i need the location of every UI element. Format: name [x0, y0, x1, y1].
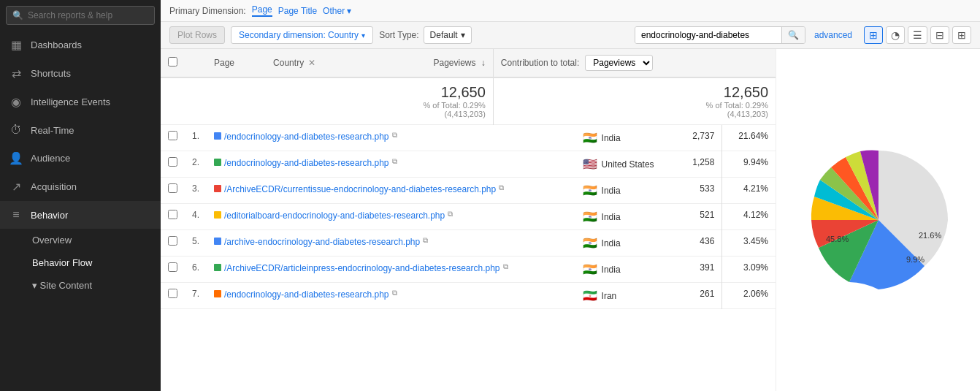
- country-flag: 🇺🇸: [583, 157, 597, 171]
- search-input[interactable]: [28, 10, 148, 20]
- external-link-icon[interactable]: ⧉: [499, 183, 504, 192]
- compare-view-icon[interactable]: ⊟: [930, 26, 949, 44]
- table-search-field[interactable]: 🔍: [635, 26, 805, 44]
- external-link-icon[interactable]: ⧉: [392, 131, 397, 140]
- pie-view-icon[interactable]: ◔: [886, 26, 905, 44]
- realtime-icon: ⏱: [9, 124, 23, 137]
- row-page-link[interactable]: /endocrinology-and-diabetes-research.php: [224, 157, 388, 170]
- row-country: 🇮🇳 India: [575, 125, 678, 151]
- row-pageviews: 436: [678, 230, 722, 257]
- table-area: Page Country ✕ Pageviews ↓ Contribution …: [161, 49, 980, 391]
- row-percent: 2.06%: [722, 283, 776, 309]
- row-color-dot: [214, 290, 221, 297]
- row-color-dot: [214, 132, 221, 140]
- sidebar-item-intelligence[interactable]: ◉ Intelligence Events: [0, 88, 161, 116]
- summary-row: 12,650 % of Total: 0.29% (4,413,203) 12,…: [161, 77, 776, 125]
- row-checkbox[interactable]: [168, 183, 177, 193]
- row-page: /endocrinology-and-diabetes-research.php…: [207, 151, 575, 178]
- sidebar-item-audience[interactable]: 👤 Audience: [0, 144, 161, 172]
- row-number: 2.: [185, 151, 207, 178]
- col-header-pageviews[interactable]: Pageviews ↓: [362, 49, 493, 77]
- contribution-metric-select[interactable]: Pageviews: [585, 55, 653, 71]
- row-checkbox[interactable]: [168, 131, 177, 140]
- external-link-icon[interactable]: ⧉: [392, 157, 397, 166]
- external-link-icon[interactable]: ⧉: [392, 289, 397, 297]
- sidebar-item-label: Intelligence Events: [31, 96, 110, 107]
- sidebar-item-behavior-flow[interactable]: Behavior Flow: [0, 251, 161, 274]
- row-page-link[interactable]: /endocrinology-and-diabetes-research.php: [224, 131, 388, 143]
- behavior-section: ≡ Behavior Overview Behavior Flow ▾ Site…: [0, 201, 161, 297]
- sidebar-item-acquisition[interactable]: ↗ Acquisition: [0, 172, 161, 201]
- country-name: United States: [602, 159, 654, 170]
- row-checkbox[interactable]: [168, 157, 177, 167]
- plot-rows-button[interactable]: Plot Rows: [169, 26, 225, 44]
- row-page-link[interactable]: /editorialboard-endocrinology-and-diabet…: [224, 210, 445, 222]
- row-checkbox[interactable]: [168, 289, 177, 298]
- sidebar-item-site-content[interactable]: ▾ Site Content: [0, 274, 161, 297]
- sidebar-item-realtime[interactable]: ⏱ Real-Time: [0, 116, 161, 144]
- shortcuts-icon: ⇄: [9, 67, 23, 80]
- external-link-icon[interactable]: ⧉: [503, 262, 508, 271]
- row-checkbox[interactable]: [168, 210, 177, 219]
- row-country: 🇮🇷 Iran: [575, 283, 678, 309]
- dim-page-link[interactable]: Page: [252, 4, 272, 17]
- row-page-link[interactable]: /ArchiveECDR/articleinpress-endocrinolog…: [224, 262, 500, 275]
- sort-arrow-icon: ↓: [481, 58, 486, 68]
- sidebar-item-overview[interactable]: Overview: [0, 229, 161, 251]
- country-name: India: [602, 265, 621, 275]
- country-name: India: [602, 212, 621, 222]
- external-link-icon[interactable]: ⧉: [423, 236, 428, 245]
- row-pageviews: 391: [678, 257, 722, 283]
- sort-default-select[interactable]: Default ▾: [424, 26, 472, 44]
- sidebar-item-label: Acquisition: [31, 181, 77, 192]
- primary-dimension-bar: Primary Dimension: Page Page Title Other…: [161, 0, 980, 22]
- external-link-icon[interactable]: ⧉: [448, 210, 453, 219]
- sidebar-item-label: Dashboards: [31, 39, 82, 50]
- row-page: /endocrinology-and-diabetes-research.php…: [207, 283, 575, 309]
- sidebar-item-label: Shortcuts: [31, 68, 71, 79]
- pie-label-1: 21.6%: [919, 231, 941, 240]
- secondary-dim-chevron-icon: ▾: [361, 31, 365, 39]
- row-checkbox[interactable]: [168, 236, 177, 246]
- pie-chart: 21.6% 9.9% 45.8%: [805, 147, 952, 293]
- col-header-pageviews2: Contribution to total: Pageviews: [493, 49, 776, 77]
- row-page: /ArchiveECDR/currentissue-endocrinology-…: [207, 178, 575, 204]
- row-color-dot: [214, 238, 221, 245]
- advanced-link[interactable]: advanced: [814, 30, 852, 40]
- col-header-country: Country ✕: [266, 49, 362, 77]
- row-page: /editorialboard-endocrinology-and-diabet…: [207, 204, 575, 230]
- secondary-dimension-button[interactable]: Secondary dimension: Country ▾: [231, 26, 373, 44]
- country-filter-icon[interactable]: ✕: [308, 58, 315, 68]
- sidebar-item-shortcuts[interactable]: ⇄ Shortcuts: [0, 59, 161, 88]
- row-country: 🇮🇳 India: [575, 230, 678, 257]
- row-number: 4.: [185, 204, 207, 230]
- sidebar-item-behavior[interactable]: ≡ Behavior: [0, 201, 161, 229]
- row-pageviews: 1,258: [678, 151, 722, 178]
- grid-view-icon[interactable]: ⊞: [864, 26, 883, 44]
- pivot-view-icon[interactable]: ⊞: [952, 26, 971, 44]
- search-box[interactable]: 🔍: [6, 6, 155, 25]
- bar-view-icon[interactable]: ☰: [908, 26, 927, 44]
- behavior-icon: ≡: [9, 208, 23, 221]
- row-page-link[interactable]: /archive-endocrinology-and-diabetes-rese…: [224, 236, 420, 248]
- table-row: 6. /ArchiveECDR/articleinpress-endocrino…: [161, 257, 776, 283]
- table-search-input[interactable]: [635, 27, 781, 43]
- row-page-link[interactable]: /endocrinology-and-diabetes-research.php: [224, 289, 388, 301]
- dim-page-title-link[interactable]: Page Title: [278, 6, 317, 16]
- row-page-link[interactable]: /ArchiveECDR/currentissue-endocrinology-…: [224, 183, 496, 196]
- dim-other-link[interactable]: Other ▾: [323, 6, 351, 16]
- select-all-checkbox[interactable]: [168, 57, 177, 67]
- sort-chevron-icon: ▾: [461, 30, 465, 40]
- toolbar: Plot Rows Secondary dimension: Country ▾…: [161, 22, 980, 49]
- row-color-dot: [214, 264, 221, 271]
- summary-pageviews: 12,650: [370, 84, 485, 101]
- country-name: India: [602, 186, 621, 196]
- country-flag: 🇮🇳: [583, 262, 597, 276]
- table-search-button[interactable]: 🔍: [781, 27, 805, 43]
- row-color-dot: [214, 159, 221, 166]
- sidebar-item-label: Real-Time: [31, 125, 74, 136]
- country-flag: 🇮🇷: [583, 289, 597, 303]
- sort-type-group: Sort Type: Default ▾: [379, 26, 472, 44]
- sidebar-item-dashboards[interactable]: ▦ Dashboards: [0, 31, 161, 59]
- row-checkbox[interactable]: [168, 262, 177, 272]
